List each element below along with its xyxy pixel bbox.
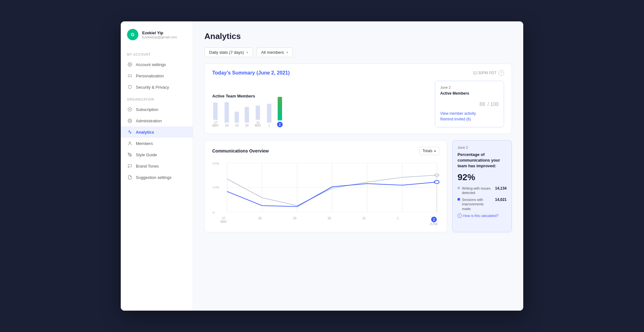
sidebar-item-label: Style Guide xyxy=(136,152,157,157)
filters-row: Daily stats (7 days) ▾ All members ▾ xyxy=(204,47,512,57)
svg-point-14 xyxy=(129,142,131,143)
avatar: G xyxy=(127,29,138,40)
main-content: Analytics Daily stats (7 days) ▾ All mem… xyxy=(193,21,523,311)
legend-dot-grey xyxy=(458,187,460,189)
sidebar-item-label: Subscription xyxy=(136,107,158,112)
organization-label: ORGANIZATION xyxy=(121,93,193,104)
x-label-6: 1 xyxy=(397,217,399,226)
detail-date: June 2 xyxy=(440,86,499,89)
members-filter[interactable]: All members ▾ xyxy=(257,47,293,57)
stats-percent: 92% xyxy=(458,172,507,182)
sessions-value: 14,021 xyxy=(495,197,507,202)
bar-group-7: 2 xyxy=(277,97,283,127)
chevron-down-icon: ▾ xyxy=(286,51,288,54)
sidebar-item-administration[interactable]: Administration xyxy=(121,115,193,126)
bar-date-label: 30 xyxy=(245,124,248,127)
bar-group-2: 28 xyxy=(225,102,229,127)
summary-header: Today's Summary (June 2, 2021) 12:30PM P… xyxy=(212,70,504,76)
legend-dot-blue xyxy=(458,198,460,201)
stats-row-sessions: Sessions with improvements made 14,021 xyxy=(458,197,507,211)
writing-label: Writing with issues detected xyxy=(462,186,493,195)
page-title: Analytics xyxy=(204,31,512,41)
writing-value: 14,134 xyxy=(495,186,507,191)
bottom-section: Communications Overview Totals ▾ 20k 10k… xyxy=(204,140,512,232)
period-label: Daily stats (7 days) xyxy=(209,50,244,55)
sidebar-item-label: Analytics xyxy=(136,130,154,135)
bar xyxy=(267,104,271,123)
brush-icon xyxy=(127,152,133,158)
user-profile: G Ezekiel Yip Ezekielyip@gmail.com xyxy=(121,29,193,48)
user-email: Ezekielyip@gmail.com xyxy=(142,35,177,39)
doc-icon xyxy=(127,174,133,180)
bar-group-5: 31 MAY xyxy=(255,106,261,127)
sidebar-item-members[interactable]: Members xyxy=(121,138,193,149)
bar-date-label: 31 MAY xyxy=(255,121,261,127)
sidebar-item-label: Suggestion settings xyxy=(136,175,171,180)
gear-icon xyxy=(127,62,133,67)
shield-icon xyxy=(127,84,133,90)
svg-text:10k: 10k xyxy=(212,186,219,189)
x-label-7: 2 JUNE xyxy=(430,217,438,226)
detail-label: Active Members xyxy=(440,91,499,96)
sidebar-item-label: Security & Privacy xyxy=(136,85,169,90)
members-label: All members xyxy=(261,50,284,55)
bar-group-4: 30 xyxy=(245,107,249,127)
stats-card: June 2 Percentage of communications your… xyxy=(452,140,512,232)
chevron-down-icon: ▾ xyxy=(247,51,248,54)
dollar-icon xyxy=(127,107,133,112)
sidebar-item-subscription[interactable]: Subscription xyxy=(121,104,193,115)
remind-invited-link[interactable]: Remind invited (6) xyxy=(440,117,499,121)
period-filter[interactable]: Daily stats (7 days) ▾ xyxy=(204,47,253,57)
sidebar-item-style-guide[interactable]: Style Guide xyxy=(121,149,193,160)
my-account-label: MY ACCOUNT xyxy=(121,48,193,59)
bar-date-label: 27 MAY xyxy=(212,121,219,127)
view-member-activity-link[interactable]: View member activity xyxy=(440,111,499,116)
detail-count: 88 / 100 xyxy=(480,98,499,108)
x-label-3: 29 xyxy=(293,217,296,226)
sidebar-item-account-settings[interactable]: Account settings xyxy=(121,59,193,70)
bar-group-1: 27 MAY xyxy=(212,102,219,127)
totals-filter[interactable]: Totals ▾ xyxy=(419,147,439,155)
sidebar-item-brand-tones[interactable]: Brand Tones xyxy=(121,160,193,172)
chart-label: Active Team Members xyxy=(212,94,429,98)
sessions-label: Sessions with improvements made xyxy=(462,197,493,211)
stats-headline: Percentage of communications your team h… xyxy=(458,152,507,169)
bar-date-label: 2 xyxy=(277,122,283,127)
stats-date: June 2 xyxy=(458,146,507,149)
sidebar-item-security[interactable]: Security & Privacy xyxy=(121,81,193,93)
how-calculated-link[interactable]: i How is this calculated? xyxy=(458,213,507,218)
summary-title: Today's Summary (June 2, 2021) xyxy=(212,70,290,76)
summary-body: Active Team Members 27 MAY xyxy=(212,81,504,127)
sidebar-item-analytics[interactable]: Analytics xyxy=(121,126,193,138)
bar-date-label: 28 xyxy=(225,124,228,127)
comm-header: Communications Overview Totals ▾ xyxy=(212,147,439,155)
user-info: Ezekiel Yip Ezekielyip@gmail.com xyxy=(142,30,177,39)
user-name: Ezekiel Yip xyxy=(142,30,177,35)
stats-row-writing: Writing with issues detected 14,134 xyxy=(458,186,507,195)
sidebar-item-label: Personalization xyxy=(136,74,164,78)
svg-point-0 xyxy=(129,64,130,65)
svg-text:0: 0 xyxy=(212,211,215,214)
svg-point-15 xyxy=(129,154,130,155)
bar-active xyxy=(278,97,282,120)
info-icon: i xyxy=(458,213,462,218)
gear-icon xyxy=(127,118,133,124)
sidebar-item-suggestion-settings[interactable]: Suggestion settings xyxy=(121,172,193,183)
svg-text:20k: 20k xyxy=(212,162,219,165)
bar-date-label: 1 xyxy=(268,124,270,127)
sidebar-item-personalization[interactable]: Personalization xyxy=(121,70,193,81)
summary-card: Today's Summary (June 2, 2021) 12:30PM P… xyxy=(204,64,512,134)
bar-date-label: 29 xyxy=(235,124,238,127)
bar-chart: 27 MAY 28 xyxy=(212,102,429,127)
line-chart-svg: 20k 10k 0 xyxy=(212,160,439,217)
svg-point-13 xyxy=(129,120,130,121)
bar xyxy=(245,107,249,123)
sidebar-item-label: Members xyxy=(136,141,153,146)
help-icon[interactable]: ? xyxy=(498,70,504,76)
x-label-2: 28 xyxy=(258,217,262,226)
bar-group-6: 1 xyxy=(267,104,271,127)
bar-group-3: 29 xyxy=(235,112,239,127)
chat-icon xyxy=(127,163,133,169)
bar xyxy=(225,102,229,123)
summary-time: 12:30PM PDT ? xyxy=(473,70,504,76)
